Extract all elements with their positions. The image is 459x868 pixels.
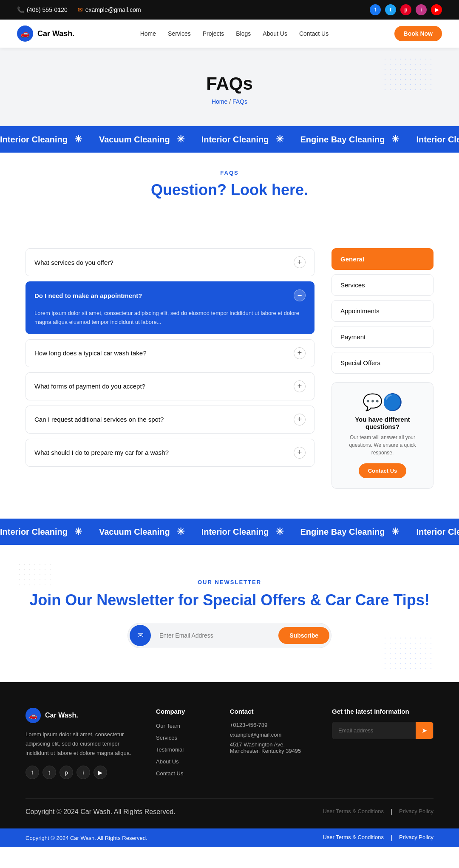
- email-address: example@gmail.com: [85, 6, 141, 13]
- faq-toggle-2[interactable]: −: [294, 289, 306, 301]
- banner-bottom-item-4: Engine Bay Cleaning ✳: [300, 526, 400, 537]
- company-link-about[interactable]: About Us: [156, 758, 178, 765]
- newsletter-title: Join Our Newsletter for Special Offers &…: [17, 591, 442, 609]
- newsletter-form: ✉ Subscribe: [128, 623, 332, 648]
- footer-legal-links: User Terms & Conditions | Privacy Policy: [323, 808, 434, 816]
- category-special-offers[interactable]: Special Offers: [332, 352, 434, 374]
- faq-question-5[interactable]: Can I request additional services on the…: [26, 406, 314, 433]
- banner-item-5: Interior Cleaning ✳: [416, 134, 459, 145]
- top-bar: 📞 (406) 555-0120 ✉ example@gmail.com f t…: [0, 0, 459, 20]
- banner-inner-bottom: Interior Cleaning ✳ Vacuum Cleaning ✳ In…: [0, 526, 459, 537]
- nav-services[interactable]: Services: [168, 30, 191, 37]
- breadcrumb: Home / FAQs: [8, 98, 450, 105]
- banner-item-2: Vacuum Cleaning ✳: [99, 134, 184, 145]
- newsletter-label: OUR NEWSLETTER: [17, 579, 442, 585]
- faq-question-1[interactable]: What services do you offer? +: [26, 249, 314, 276]
- phone-info: 📞 (406) 555-0120: [17, 6, 68, 13]
- banner-bottom-item-3: Interior Cleaning ✳: [201, 526, 283, 537]
- contact-title: Contact: [230, 708, 315, 715]
- email-icon: ✉: [78, 6, 83, 13]
- footer: 🚗 Car Wash. Lorem ipsum dolor sit amet, …: [0, 682, 459, 828]
- faq-item-3[interactable]: How long does a typical car wash take? +: [26, 339, 314, 367]
- footer-description: Lorem ipsum dolor sit amet, consectetur …: [26, 730, 139, 758]
- footer-bar-privacy[interactable]: Privacy Policy: [399, 834, 434, 842]
- facebook-icon[interactable]: f: [370, 4, 381, 15]
- service-banner-top: Interior Cleaning ✳ Vacuum Cleaning ✳ In…: [0, 126, 459, 153]
- banner-bottom-item-5: Interior Cleaning ✳: [416, 526, 459, 537]
- nav-about[interactable]: About Us: [263, 30, 287, 37]
- logo-icon: 🚗: [17, 26, 33, 42]
- footer-bar-terms[interactable]: User Terms & Conditions: [323, 834, 384, 842]
- dot-decoration-left: [17, 562, 55, 587]
- faq-section: What services do you offer? + Do I need …: [0, 218, 459, 519]
- faq-toggle-5[interactable]: +: [294, 414, 306, 425]
- contact-us-button[interactable]: Contact Us: [359, 463, 407, 478]
- breadcrumb-home[interactable]: Home: [212, 98, 227, 105]
- privacy-link[interactable]: Privacy Policy: [399, 808, 434, 816]
- category-appointments[interactable]: Appointments: [332, 300, 434, 322]
- nav-projects[interactable]: Projects: [203, 30, 224, 37]
- faq-item-1[interactable]: What services do you offer? +: [26, 248, 314, 276]
- category-services[interactable]: Services: [332, 274, 434, 296]
- instagram-icon[interactable]: i: [416, 4, 427, 15]
- faq-toggle-3[interactable]: +: [294, 347, 306, 359]
- faq-answer-2: Lorem ipsum dolor sit amet, consectetur …: [26, 309, 314, 334]
- breadcrumb-current[interactable]: FAQs: [232, 98, 247, 105]
- category-payment[interactable]: Payment: [332, 326, 434, 348]
- footer-bottom-bar: Copyright © 2024 Car Wash. All Rights Re…: [0, 828, 459, 847]
- company-link-team[interactable]: Our Team: [156, 723, 180, 729]
- footer-submit-button[interactable]: ➤: [416, 722, 433, 739]
- chat-icon: 💬🔵: [340, 393, 425, 411]
- banner-bottom-item-2: Vacuum Cleaning ✳: [99, 526, 184, 537]
- email-input[interactable]: [153, 626, 277, 645]
- banner-bottom-item-1: Interior Cleaning ✳: [0, 526, 82, 537]
- footer-youtube-icon[interactable]: ▶: [94, 766, 107, 779]
- newsletter-section: OUR NEWSLETTER Join Our Newsletter for S…: [0, 545, 459, 682]
- faq-question-6[interactable]: What should I do to prepare my car for a…: [26, 439, 314, 466]
- footer-bottom: Copyright © 2024 Car Wash. All Rights Re…: [26, 798, 434, 816]
- subscribe-button[interactable]: Subscribe: [278, 627, 329, 644]
- footer-email-input[interactable]: [332, 722, 416, 739]
- footer-pinterest-icon[interactable]: p: [60, 766, 73, 779]
- faq-toggle-6[interactable]: +: [294, 447, 306, 459]
- book-now-button[interactable]: Book Now: [394, 26, 442, 41]
- faq-toggle-4[interactable]: +: [294, 380, 306, 392]
- page-header: FAQs Home / FAQs: [0, 48, 459, 126]
- youtube-icon[interactable]: ▶: [431, 4, 442, 15]
- footer-twitter-icon[interactable]: t: [42, 766, 56, 779]
- company-link-contact[interactable]: Contact Us: [156, 770, 183, 777]
- faq-question-4[interactable]: What forms of payment do you accept? +: [26, 373, 314, 400]
- footer-address: 4517 Washington Ave. Manchester, Kentuck…: [230, 741, 315, 754]
- twitter-icon[interactable]: t: [385, 4, 396, 15]
- category-general[interactable]: General: [332, 248, 434, 270]
- footer-grid: 🚗 Car Wash. Lorem ipsum dolor sit amet, …: [26, 708, 434, 781]
- faq-toggle-1[interactable]: +: [294, 256, 306, 268]
- footer-facebook-icon[interactable]: f: [26, 766, 39, 779]
- footer-bar-links: User Terms & Conditions | Privacy Policy: [323, 834, 434, 842]
- footer-instagram-icon[interactable]: i: [76, 766, 90, 779]
- dot-decoration-top: [382, 57, 434, 91]
- company-link-services[interactable]: Services: [156, 735, 177, 741]
- faq-question-3[interactable]: How long does a typical car wash take? +: [26, 340, 314, 367]
- nav-blogs[interactable]: Blogs: [236, 30, 251, 37]
- footer-logo-text: Car Wash.: [45, 712, 78, 719]
- nav-home[interactable]: Home: [140, 30, 156, 37]
- footer-newsletter-title: Get the latest information: [332, 708, 434, 715]
- footer-company-col: Company Our Team Services Testimonial Ab…: [156, 708, 213, 781]
- nav-contact[interactable]: Contact Us: [299, 30, 329, 37]
- faq-question-2[interactable]: Do I need to make an appointment? −: [26, 282, 314, 309]
- company-link-testimonial[interactable]: Testimonial: [156, 746, 184, 753]
- faq-item-5[interactable]: Can I request additional services on the…: [26, 406, 314, 434]
- terms-link[interactable]: User Terms & Conditions: [323, 808, 384, 816]
- footer-logo-icon: 🚗: [26, 708, 41, 723]
- faq-item-2[interactable]: Do I need to make an appointment? − Lore…: [26, 281, 314, 334]
- service-banner-bottom: Interior Cleaning ✳ Vacuum Cleaning ✳ In…: [0, 519, 459, 545]
- company-links: Our Team Services Testimonial About Us C…: [156, 722, 213, 777]
- faq-item-4[interactable]: What forms of payment do you accept? +: [26, 372, 314, 400]
- footer-newsletter-col: Get the latest information ➤: [332, 708, 434, 781]
- faq-header: FAQS Question? Look here.: [0, 153, 459, 218]
- banner-item-3: Interior Cleaning ✳: [201, 134, 283, 145]
- faq-title: Question? Look here.: [26, 181, 434, 199]
- faq-item-6[interactable]: What should I do to prepare my car for a…: [26, 439, 314, 467]
- pinterest-icon[interactable]: p: [400, 4, 411, 15]
